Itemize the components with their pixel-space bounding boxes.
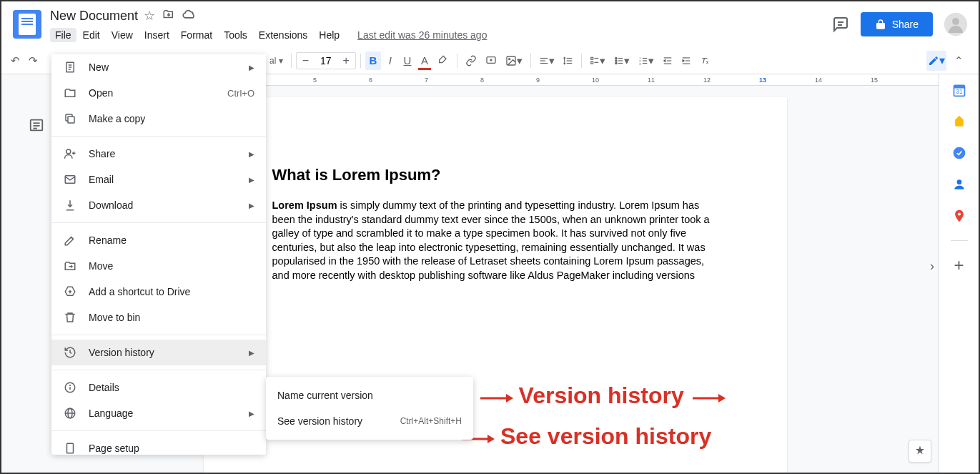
increase-font-icon[interactable]: + [337, 53, 355, 69]
document-title[interactable]: New Document [50, 9, 138, 24]
add-addon-icon[interactable]: + [952, 258, 966, 272]
page-icon [63, 441, 77, 455]
numbered-list-button[interactable]: 123▾ [635, 51, 658, 70]
keep-icon[interactable] [952, 114, 966, 129]
decrease-indent-button[interactable] [659, 51, 676, 70]
text-color-button[interactable]: A [417, 51, 432, 70]
menu-item-label: Share [89, 148, 237, 159]
ruler-tick: 5 [313, 76, 369, 84]
file-menu-language[interactable]: Language▶ [51, 400, 266, 426]
menu-edit[interactable]: Edit [78, 28, 105, 42]
file-menu-share[interactable]: Share▶ [51, 141, 266, 167]
menu-help[interactable]: Help [314, 28, 345, 42]
document-heading[interactable]: What is Lorem Ipsum? [272, 166, 718, 184]
file-menu-version-history[interactable]: Version history▶ [51, 340, 266, 365]
menu-item-label: Download [89, 199, 237, 211]
insert-image-icon[interactable]: ▾ [502, 51, 526, 70]
highlight-color-button[interactable] [434, 51, 452, 70]
see-version-history-item[interactable]: See version history Ctrl+Alt+Shift+H [266, 408, 473, 434]
menu-insert[interactable]: Insert [139, 28, 174, 42]
hide-menus-icon[interactable]: ⌃ [951, 51, 967, 70]
user-avatar[interactable] [944, 13, 967, 36]
tasks-icon[interactable] [952, 146, 966, 160]
outline-toggle-icon[interactable] [29, 117, 51, 133]
submenu-arrow-icon: ▶ [249, 176, 254, 184]
menu-bar: File Edit View Insert Format Tools Exten… [50, 26, 832, 44]
insert-link-icon[interactable] [462, 51, 480, 70]
copy-icon [63, 112, 77, 126]
contacts-icon[interactable] [952, 177, 966, 192]
menu-view[interactable]: View [107, 28, 138, 42]
svg-point-3 [952, 18, 959, 25]
submenu-arrow-icon: ▶ [249, 202, 254, 209]
menu-tools[interactable]: Tools [219, 28, 252, 42]
file-menu-details[interactable]: Details [51, 375, 266, 400]
share-button[interactable]: Share [861, 12, 933, 36]
header: New Document ☆ File Edit View Insert For… [1, 1, 979, 47]
menu-item-label: Add a shortcut to Drive [89, 286, 254, 297]
file-menu-new[interactable]: New▶ [51, 54, 266, 80]
italic-button[interactable]: I [382, 51, 398, 70]
align-button[interactable]: ▾ [535, 51, 558, 70]
checklist-button[interactable]: ▾ [586, 51, 609, 70]
separator [581, 54, 582, 68]
comment-history-icon[interactable] [832, 16, 849, 33]
ruler-tick: 14 [815, 76, 871, 84]
increase-indent-button[interactable] [678, 51, 695, 70]
file-menu-email[interactable]: Email▶ [51, 167, 266, 192]
font-size-value[interactable]: 17 [315, 54, 337, 68]
mail-icon [63, 172, 77, 187]
decrease-font-icon[interactable]: − [297, 53, 315, 69]
submenu-arrow-icon: ▶ [249, 349, 254, 357]
pencil-icon [63, 233, 77, 247]
redo-icon[interactable]: ↷ [25, 51, 41, 70]
name-current-version-item[interactable]: Name current version [266, 382, 473, 408]
file-menu-add-a-shortcut-to-drive[interactable]: Add a shortcut to Drive [51, 279, 266, 305]
menu-shortcut: Ctrl+O [227, 88, 254, 99]
maps-icon[interactable] [952, 209, 966, 223]
separator [457, 54, 457, 68]
file-menu-dropdown: New▶OpenCtrl+OMake a copyShare▶Email▶Dow… [51, 54, 266, 455]
line-spacing-button[interactable] [560, 51, 577, 70]
font-size-control: − 17 + [296, 52, 356, 69]
menu-divider [51, 430, 266, 431]
menu-format[interactable]: Format [176, 28, 217, 42]
document-paragraph[interactable]: Lorem Ipsum is simply dummy text of the … [272, 199, 718, 282]
bulleted-list-button[interactable]: ▾ [610, 51, 633, 70]
star-icon[interactable]: ☆ [144, 8, 155, 24]
file-menu-page-setup[interactable]: Page setup [51, 435, 266, 455]
file-menu-download[interactable]: Download▶ [51, 192, 266, 218]
bold-button[interactable]: B [365, 51, 381, 70]
ruler-tick: 8 [480, 76, 536, 84]
collapse-panel-icon[interactable]: › [930, 259, 934, 274]
clear-formatting-button[interactable] [696, 51, 713, 70]
ruler-tick: 11 [648, 76, 703, 84]
underline-button[interactable]: U [400, 51, 415, 70]
file-menu-rename[interactable]: Rename [51, 227, 266, 253]
file-menu-move[interactable]: Move [51, 253, 266, 279]
add-comment-icon[interactable] [482, 51, 500, 70]
file-menu-open[interactable]: OpenCtrl+O [51, 80, 266, 106]
font-family-dropdown[interactable]: al ▾ [266, 51, 287, 70]
move-icon[interactable] [162, 8, 175, 24]
globe-icon [63, 406, 77, 420]
editing-mode-button[interactable]: ▾ [926, 51, 946, 71]
menu-item-label: Email [89, 174, 237, 185]
menu-file[interactable]: File [50, 28, 76, 42]
docs-logo-icon[interactable] [13, 10, 41, 39]
calendar-icon[interactable]: 31 [952, 83, 966, 97]
menu-item-label: New [89, 61, 237, 73]
left-gutter [1, 74, 51, 473]
menu-item-label: Page setup [89, 443, 254, 454]
file-menu-make-a-copy[interactable]: Make a copy [51, 106, 266, 132]
last-edit-link[interactable]: Last edit was 26 minutes ago [357, 29, 487, 41]
undo-icon[interactable]: ↶ [7, 51, 24, 70]
cloud-status-icon[interactable] [182, 8, 197, 24]
explore-button[interactable] [909, 440, 931, 463]
menu-extensions[interactable]: Extensions [254, 28, 312, 42]
file-menu-move-to-bin[interactable]: Move to bin [51, 305, 266, 330]
ruler-tick: 7 [425, 76, 480, 84]
ruler-tick: 12 [703, 76, 759, 84]
move-folder-icon [63, 259, 77, 273]
ruler-tick: 9 [536, 76, 592, 84]
